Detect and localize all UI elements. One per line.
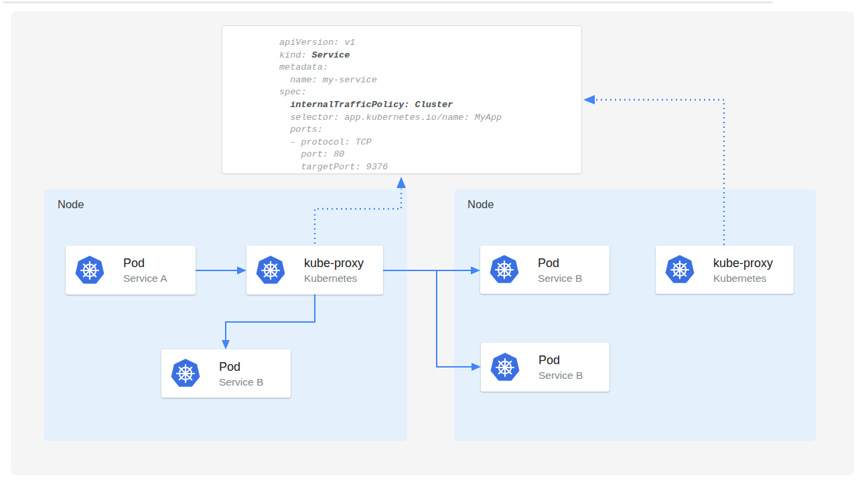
card-title: Pod (219, 359, 263, 375)
card-title: Pod (538, 352, 583, 368)
card-title: Pod (123, 255, 167, 271)
card-pod-service-b-right-top: Pod Service B (480, 246, 609, 294)
card-subtitle: Service A (123, 271, 167, 285)
node-left: Node (44, 189, 407, 441)
node-right-label: Node (467, 198, 494, 211)
card-subtitle: Service B (538, 368, 583, 382)
kubernetes-icon (490, 352, 520, 383)
card-subtitle: Kubernetes (304, 271, 364, 285)
card-pod-service-b-left: Pod Service B (161, 349, 291, 398)
card-title: Pod (538, 255, 582, 271)
card-subtitle: Service B (538, 271, 582, 285)
node-left-label: Node (58, 198, 84, 211)
kubernetes-icon (170, 358, 201, 389)
card-kube-proxy-right: kube-proxy Kubernetes (656, 246, 794, 294)
kubernetes-icon (664, 254, 695, 285)
service-yaml-box: apiVersion: v1kind: Servicemetadata: nam… (222, 25, 582, 174)
diagram-canvas: Node Node (0, 0, 868, 488)
card-pod-service-b-right-bottom: Pod Service B (481, 343, 609, 392)
card-subtitle: Service B (219, 375, 263, 389)
card-kube-proxy-left: kube-proxy Kubernetes (246, 246, 383, 295)
top-divider (3, 1, 773, 3)
card-subtitle: Kubernetes (713, 271, 773, 285)
yaml-code: apiVersion: v1kind: Servicemetadata: nam… (222, 26, 581, 174)
kubernetes-icon (489, 254, 520, 285)
card-title: kube-proxy (713, 255, 773, 271)
kubernetes-icon (255, 255, 286, 286)
node-right: Node (454, 189, 816, 441)
card-title: kube-proxy (304, 255, 364, 271)
kubernetes-icon (74, 255, 105, 286)
card-pod-service-a: Pod Service A (66, 246, 196, 295)
